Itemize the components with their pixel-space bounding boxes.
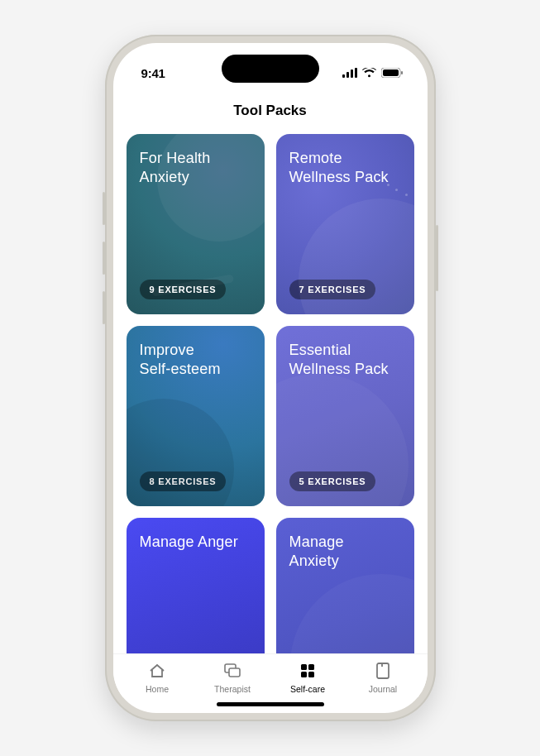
tab-label: Journal — [369, 684, 397, 694]
grid-icon — [298, 661, 318, 681]
tab-label: Home — [146, 684, 169, 694]
card-title: For Health Anxiety — [140, 149, 251, 186]
dynamic-island — [222, 55, 319, 83]
wifi-icon — [362, 68, 376, 78]
battery-icon — [381, 68, 403, 78]
status-right-group — [342, 68, 403, 78]
tool-pack-grid: For Health Anxiety 9 EXERCISES Remote We… — [127, 134, 414, 653]
card-manage-anxiety[interactable]: Manage Anxiety — [276, 518, 414, 653]
tab-therapist[interactable]: Therapist — [195, 661, 270, 694]
tab-journal[interactable]: Journal — [346, 661, 421, 694]
svg-rect-10 — [308, 664, 314, 670]
phone-frame: 9:41 Tool Packs For Health Anxiety 9 EXE… — [105, 35, 436, 721]
card-title: Improve Self-esteem — [140, 341, 251, 378]
status-time: 9:41 — [141, 66, 165, 80]
journal-icon — [373, 661, 393, 681]
tab-self-care[interactable]: Self-care — [270, 661, 346, 694]
tab-bar: Home Therapist Self-care Journal — [113, 653, 428, 697]
card-remote-wellness[interactable]: Remote Wellness Pack 7 EXERCISES — [276, 134, 414, 314]
exercise-count-badge: 9 EXERCISES — [140, 280, 227, 299]
cellular-icon — [342, 68, 357, 78]
svg-rect-0 — [342, 74, 345, 78]
phone-screen: 9:41 Tool Packs For Health Anxiety 9 EXE… — [113, 43, 428, 713]
card-essential-wellness[interactable]: Essential Wellness Pack 5 EXERCISES — [276, 326, 414, 506]
chat-icon — [222, 661, 242, 681]
card-title: Manage Anxiety — [289, 533, 401, 570]
content-area: For Health Anxiety 9 EXERCISES Remote We… — [113, 127, 428, 653]
tab-label: Self-care — [290, 684, 325, 694]
exercise-count-badge: 5 EXERCISES — [289, 471, 376, 491]
exercise-count-badge: 7 EXERCISES — [289, 280, 376, 299]
svg-rect-6 — [401, 71, 403, 74]
svg-rect-12 — [308, 672, 314, 677]
svg-rect-8 — [229, 668, 240, 677]
card-title: Manage Anger — [140, 533, 251, 552]
svg-rect-1 — [346, 72, 349, 78]
svg-rect-5 — [383, 69, 399, 76]
exercise-count-badge: 8 EXERCISES — [140, 471, 227, 491]
svg-rect-9 — [301, 664, 307, 670]
card-title: Remote Wellness Pack — [289, 149, 401, 186]
card-title: Essential Wellness Pack — [289, 341, 401, 378]
tab-home[interactable]: Home — [120, 661, 195, 694]
card-improve-self-esteem[interactable]: Improve Self-esteem 8 EXERCISES — [127, 326, 265, 506]
svg-rect-11 — [301, 672, 307, 677]
svg-rect-13 — [377, 663, 389, 678]
tab-label: Therapist — [214, 684, 251, 694]
home-indicator — [217, 702, 324, 706]
page-title: Tool Packs — [113, 91, 428, 127]
card-health-anxiety[interactable]: For Health Anxiety 9 EXERCISES — [127, 134, 265, 314]
svg-rect-3 — [355, 68, 357, 78]
status-bar: 9:41 — [113, 43, 428, 91]
card-manage-anger[interactable]: Manage Anger — [127, 518, 265, 653]
svg-rect-2 — [351, 69, 353, 78]
home-icon — [147, 661, 167, 681]
